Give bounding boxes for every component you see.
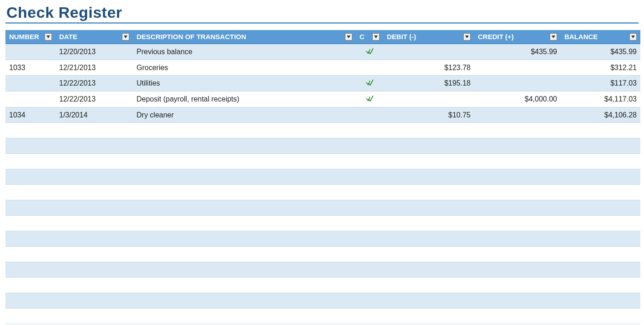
cell-debit[interactable]	[383, 123, 474, 138]
cell-cleared[interactable]	[356, 44, 383, 60]
cell-debit[interactable]	[383, 278, 474, 293]
cell-number[interactable]	[5, 123, 56, 138]
cell-balance[interactable]	[561, 154, 640, 169]
table-row[interactable]: 12/20/2013Previous balance$435.99$435.99	[5, 44, 640, 60]
cell-cleared[interactable]	[356, 216, 383, 231]
cell-desc[interactable]	[133, 154, 356, 169]
cell-date[interactable]	[56, 293, 133, 309]
cell-date[interactable]	[56, 185, 133, 200]
cell-number[interactable]	[5, 44, 56, 60]
cell-cleared[interactable]	[356, 200, 383, 216]
cell-debit[interactable]	[383, 247, 474, 262]
col-header-c[interactable]: C	[356, 30, 383, 44]
cell-desc[interactable]	[133, 169, 356, 185]
cell-credit[interactable]	[474, 200, 561, 216]
cell-credit[interactable]	[474, 123, 561, 138]
cell-desc[interactable]	[133, 247, 356, 262]
cell-number[interactable]	[5, 185, 56, 200]
table-row[interactable]	[5, 154, 640, 169]
cell-date[interactable]	[56, 138, 133, 154]
cell-date[interactable]	[56, 231, 133, 247]
table-row[interactable]: 103312/21/2013Groceries$123.78$312.21	[5, 60, 640, 76]
cell-balance[interactable]	[561, 231, 640, 247]
cell-cleared[interactable]	[356, 107, 383, 123]
table-row[interactable]	[5, 262, 640, 278]
cell-number[interactable]: 1034	[5, 107, 56, 123]
cell-credit[interactable]	[474, 262, 561, 278]
cell-credit[interactable]	[474, 169, 561, 185]
cell-desc[interactable]	[133, 123, 356, 138]
cell-cleared[interactable]	[356, 60, 383, 76]
cell-balance[interactable]: $4,106.28	[561, 107, 640, 123]
cell-date[interactable]	[56, 200, 133, 216]
cell-debit[interactable]	[383, 309, 474, 324]
cell-number[interactable]	[5, 247, 56, 262]
cell-balance[interactable]	[561, 123, 640, 138]
cell-credit[interactable]	[474, 138, 561, 154]
cell-cleared[interactable]	[356, 262, 383, 278]
cell-credit[interactable]: $435.99	[474, 44, 561, 60]
cell-cleared[interactable]	[356, 76, 383, 91]
cell-debit[interactable]	[383, 44, 474, 60]
filter-icon[interactable]	[629, 33, 637, 41]
cell-number[interactable]	[5, 200, 56, 216]
cell-desc[interactable]	[133, 309, 356, 324]
cell-debit[interactable]	[383, 185, 474, 200]
cell-credit[interactable]	[474, 185, 561, 200]
col-header-date[interactable]: DATE	[56, 30, 133, 44]
cell-number[interactable]	[5, 76, 56, 91]
filter-icon[interactable]	[45, 33, 52, 41]
filter-icon[interactable]	[463, 33, 471, 41]
cell-debit[interactable]	[383, 138, 474, 154]
cell-cleared[interactable]	[356, 293, 383, 309]
table-row[interactable]	[5, 216, 640, 231]
cell-credit[interactable]	[474, 60, 561, 76]
cell-credit[interactable]	[474, 293, 561, 309]
cell-number[interactable]	[5, 138, 56, 154]
cell-balance[interactable]	[561, 293, 640, 309]
cell-date[interactable]	[56, 216, 133, 231]
cell-debit[interactable]	[383, 169, 474, 185]
cell-debit[interactable]: $10.75	[383, 107, 474, 123]
cell-credit[interactable]	[474, 154, 561, 169]
cell-balance[interactable]	[561, 309, 640, 324]
table-row[interactable]: 10341/3/2014Dry cleaner$10.75$4,106.28	[5, 107, 640, 123]
cell-credit[interactable]: $4,000.00	[474, 91, 561, 107]
cell-desc[interactable]	[133, 216, 356, 231]
cell-desc[interactable]: Dry cleaner	[133, 107, 356, 123]
table-row[interactable]	[5, 138, 640, 154]
cell-desc[interactable]	[133, 262, 356, 278]
table-row[interactable]	[5, 185, 640, 200]
cell-desc[interactable]	[133, 185, 356, 200]
cell-credit[interactable]	[474, 278, 561, 293]
cell-balance[interactable]: $117.03	[561, 76, 640, 91]
cell-balance[interactable]: $312.21	[561, 60, 640, 76]
cell-number[interactable]	[5, 169, 56, 185]
table-row[interactable]	[5, 278, 640, 293]
table-row[interactable]	[5, 247, 640, 262]
table-row[interactable]	[5, 123, 640, 138]
cell-desc[interactable]	[133, 231, 356, 247]
cell-number[interactable]	[5, 216, 56, 231]
cell-date[interactable]	[56, 262, 133, 278]
cell-desc[interactable]: Groceries	[133, 60, 356, 76]
cell-debit[interactable]	[383, 154, 474, 169]
cell-balance[interactable]	[561, 247, 640, 262]
cell-date[interactable]: 12/22/2013	[56, 91, 133, 107]
table-row[interactable]	[5, 169, 640, 185]
cell-debit[interactable]	[383, 91, 474, 107]
cell-cleared[interactable]	[356, 123, 383, 138]
cell-balance[interactable]	[561, 200, 640, 216]
cell-balance[interactable]	[561, 169, 640, 185]
filter-icon[interactable]	[122, 33, 129, 41]
cell-balance[interactable]	[561, 262, 640, 278]
cell-balance[interactable]	[561, 138, 640, 154]
filter-icon[interactable]	[550, 33, 557, 41]
cell-number[interactable]	[5, 262, 56, 278]
cell-desc[interactable]: Utilities	[133, 76, 356, 91]
cell-number[interactable]	[5, 278, 56, 293]
cell-balance[interactable]: $4,117.03	[561, 91, 640, 107]
table-row[interactable]: 12/22/2013Utilities$195.18$117.03	[5, 76, 640, 91]
cell-desc[interactable]	[133, 293, 356, 309]
cell-date[interactable]: 12/22/2013	[56, 76, 133, 91]
